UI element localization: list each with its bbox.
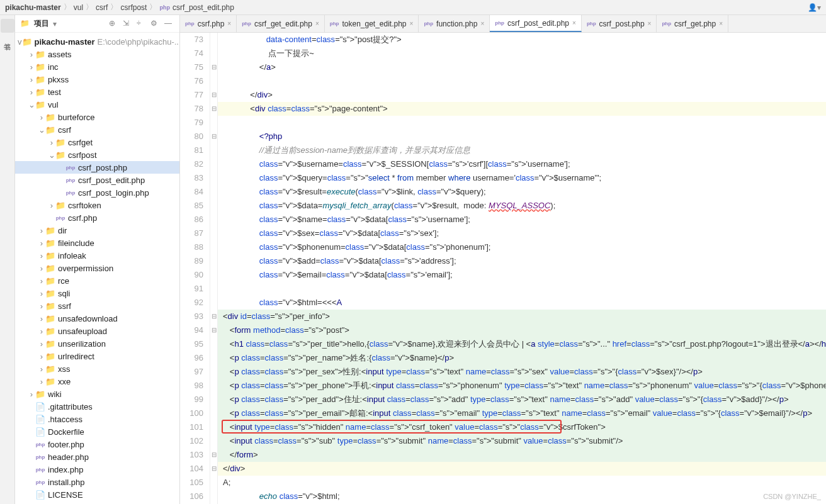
code-line-86[interactable]: class="v">$name=class="v">$data[class="s… xyxy=(218,213,826,227)
code-line-79[interactable] xyxy=(218,116,826,130)
code-line-74[interactable]: 点一下提示~ xyxy=(218,47,826,60)
expand-icon[interactable]: ⇲ xyxy=(123,19,133,29)
code-line-82[interactable]: class="v">$username=class="v">$_SESSION[… xyxy=(218,157,826,171)
close-icon[interactable]: × xyxy=(315,20,319,27)
tab-csrf-php[interactable]: phpcsrf.php× xyxy=(180,15,237,32)
code-line-92[interactable]: class="v">$html=<<<A xyxy=(218,296,826,310)
code-line-77[interactable]: </div> xyxy=(218,88,826,102)
code-line-89[interactable]: class="v">$add=class="v">$data[class="s"… xyxy=(218,254,826,268)
code-line-87[interactable]: class="v">$sex=class="v">$data[class="s"… xyxy=(218,227,826,240)
tree-item-urlredirect[interactable]: ›📁urlredirect xyxy=(15,350,179,362)
tree-item-infoleak[interactable]: ›📁infoleak xyxy=(15,249,179,262)
tab-csrf_get-php[interactable]: phpcsrf_get.php× xyxy=(657,15,728,32)
tree-item--gitattributes[interactable]: 📄.gitattributes xyxy=(15,400,179,413)
tree-item-csrfpost[interactable]: ⌄📁csrfpost xyxy=(15,148,179,161)
project-tool-icon[interactable] xyxy=(1,19,14,33)
code-line-96[interactable]: <p class=class="s">"per_name">姓名:{class=… xyxy=(218,351,826,365)
code-editor[interactable]: 7374757677787980818283848586878889909192… xyxy=(180,33,826,504)
tree-item-unsafeupload[interactable]: ›📁unsafeupload xyxy=(15,325,179,337)
tab-token_get_edit-php[interactable]: phptoken_get_edit.php× xyxy=(325,15,419,32)
code-line-76[interactable] xyxy=(218,74,826,88)
tree-item-footer-php[interactable]: phpfooter.php xyxy=(15,438,179,451)
code-line-97[interactable]: <p class=class="s">"per_sex">性别:<input t… xyxy=(218,365,826,379)
crumb[interactable]: vul xyxy=(74,3,83,12)
tree-item-burteforce[interactable]: ›📁burteforce xyxy=(15,111,179,123)
tree-item-xxe[interactable]: ›📁xxe xyxy=(15,375,179,388)
tree-item-unserilization[interactable]: ›📁unserilization xyxy=(15,337,179,350)
code-line-98[interactable]: <p class=class="s">"per_phone">手机:<input… xyxy=(218,379,826,393)
close-icon[interactable]: × xyxy=(227,20,231,27)
collapse-icon[interactable]: ÷ xyxy=(137,19,147,29)
close-icon[interactable]: × xyxy=(410,20,414,27)
code-line-80[interactable]: <?php xyxy=(218,130,826,143)
target-icon[interactable]: ⊕ xyxy=(109,19,119,29)
code-line-104[interactable]: </div> xyxy=(218,462,826,476)
code-line-91[interactable] xyxy=(218,282,826,296)
tree-item-csrf-php[interactable]: phpcsrf.php xyxy=(15,211,179,224)
tree-item-test[interactable]: ›📁test xyxy=(15,86,179,98)
tree-item-csrf[interactable]: ⌄📁csrf xyxy=(15,123,179,136)
tree-item-inc[interactable]: ›📁inc xyxy=(15,60,179,73)
tree-item-rce[interactable]: ›📁rce xyxy=(15,274,179,287)
code-line-75[interactable]: </a> xyxy=(218,60,826,74)
tree-item-Dockerfile[interactable]: 📄Dockerfile xyxy=(15,425,179,438)
code-line-103[interactable]: </form> xyxy=(218,448,826,462)
tree-item-ssrf[interactable]: ›📁ssrf xyxy=(15,300,179,312)
code-line-78[interactable]: <div class=class="s">"page-content"> xyxy=(218,102,826,116)
code-line-90[interactable]: class="v">$email=class="v">$data[class="… xyxy=(218,268,826,282)
tree-item-sqli[interactable]: ›📁sqli xyxy=(15,287,179,300)
tree-item-header-php[interactable]: phpheader.php xyxy=(15,451,179,463)
gear-icon[interactable]: ⚙ xyxy=(150,19,161,29)
code-line-105[interactable]: A; xyxy=(218,476,826,490)
code-area[interactable]: data-content=class="s">"post提交?"> 点一下提示~… xyxy=(218,33,826,504)
code-line-94[interactable]: <form method=class="s">"post"> xyxy=(218,323,826,337)
close-icon[interactable]: × xyxy=(480,20,484,27)
code-line-73[interactable]: data-content=class="s">"post提交?"> xyxy=(218,33,826,47)
tab-csrf_post-php[interactable]: phpcsrf_post.php× xyxy=(582,15,657,32)
tree-item-xss[interactable]: ›📁xss xyxy=(15,362,179,375)
tree-item-assets[interactable]: ›📁assets xyxy=(15,48,179,60)
code-line-102[interactable]: <input class=class="s">"sub" type=class=… xyxy=(218,434,826,448)
tree-item-pkxss[interactable]: ›📁pkxss xyxy=(15,73,179,86)
crumb-file[interactable]: csrf_post_edit.php xyxy=(173,3,234,12)
close-icon[interactable]: × xyxy=(572,20,576,26)
project-tree[interactable]: v📁pikachu-masterE:\code\php\pikachu-...›… xyxy=(15,33,179,504)
code-line-81[interactable]: //通过当前session-name到数据库查询，并显示其对应信息 xyxy=(218,143,826,157)
tree-item-csrfget[interactable]: ›📁csrfget xyxy=(15,136,179,148)
tree-root[interactable]: v📁pikachu-masterE:\code\php\pikachu-... xyxy=(15,35,179,48)
crumb[interactable]: csrfpost xyxy=(120,3,147,12)
code-line-106[interactable]: echo class="v">$html; xyxy=(218,490,826,503)
code-line-84[interactable]: class="v">$result=execute(class="v">$lin… xyxy=(218,185,826,199)
crumb[interactable]: csrf xyxy=(96,3,108,12)
fold-gutter[interactable]: ⊟⊟⊟⊟⊟⊟⊟⊟ xyxy=(210,33,218,504)
close-icon[interactable]: × xyxy=(648,20,652,27)
code-line-100[interactable]: <p class=class="s">"per_email">邮箱:<input… xyxy=(218,406,826,420)
code-line-99[interactable]: <p class=class="s">"per_add">住址:<input c… xyxy=(218,393,826,406)
user-icon[interactable]: 👤▾ xyxy=(808,3,821,12)
close-icon[interactable]: × xyxy=(719,20,723,27)
crumb-root[interactable]: pikachu-master xyxy=(5,3,61,12)
tab-csrf_post_edit-php[interactable]: phpcsrf_post_edit.php× xyxy=(490,15,582,32)
tree-item-vul[interactable]: ⌄📁vul xyxy=(15,98,179,111)
tab-csrf_get_edit-php[interactable]: phpcsrf_get_edit.php× xyxy=(237,15,325,32)
code-line-83[interactable]: class="v">$query=class="s">"select * fro… xyxy=(218,171,826,185)
tree-item-overpermission[interactable]: ›📁overpermission xyxy=(15,262,179,274)
tree-item--htaccess[interactable]: 📄.htaccess xyxy=(15,413,179,425)
tree-item-csrf_post-php[interactable]: phpcsrf_post.php xyxy=(15,161,179,174)
tree-item-csrf_post_login-php[interactable]: phpcsrf_post_login.php xyxy=(15,186,179,199)
code-line-85[interactable]: class="v">$data=mysqli_fetch_array(class… xyxy=(218,199,826,213)
tree-item-install-php[interactable]: phpinstall.php xyxy=(15,476,179,488)
hide-icon[interactable]: — xyxy=(164,19,174,29)
tree-item-index-php[interactable]: phpindex.php xyxy=(15,463,179,476)
tree-item-dir[interactable]: ›📁dir xyxy=(15,224,179,237)
tab-function-php[interactable]: phpfunction.php× xyxy=(419,15,490,32)
tree-item-wiki[interactable]: ›📁wiki xyxy=(15,388,179,400)
tree-item-csrf_post_edit-php[interactable]: phpcsrf_post_edit.php xyxy=(15,174,179,186)
code-line-88[interactable]: class="v">$phonenum=class="v">$data[clas… xyxy=(218,240,826,254)
tree-item-LICENSE[interactable]: 📄LICENSE xyxy=(15,488,179,501)
code-line-95[interactable]: <h1 class=class="s">"per_title">hello,{c… xyxy=(218,337,826,351)
tree-item-csrftoken[interactable]: ›📁csrftoken xyxy=(15,199,179,211)
code-line-93[interactable]: <div id=class="s">"per_info"> xyxy=(218,310,826,323)
tree-item-unsafedownload[interactable]: ›📁unsafedownload xyxy=(15,312,179,325)
tree-item-fileinclude[interactable]: ›📁fileinclude xyxy=(15,237,179,249)
